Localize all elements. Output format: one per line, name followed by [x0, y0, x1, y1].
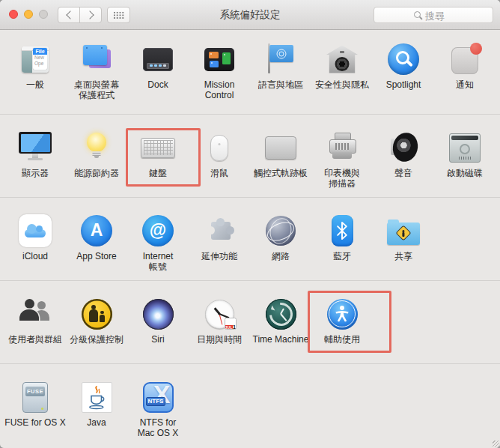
search-field[interactable]: [374, 7, 493, 23]
pref-item-trackpad[interactable]: 觸控式軌跡板: [250, 115, 311, 197]
pref-item-java[interactable]: Java: [66, 364, 127, 448]
prefs-row-3: iCloud A App Store @ Internet 帳號 延伸功能 網路…: [0, 197, 500, 280]
pref-label-spotlight: Spotlight: [386, 79, 421, 90]
pref-item-desktop-screensaver[interactable]: 桌面與螢幕 保護程式: [66, 30, 127, 114]
pref-label-java: Java: [87, 417, 106, 428]
pref-label-mouse: 滑鼠: [210, 168, 228, 178]
pref-item-keyboard[interactable]: 鍵盤: [127, 115, 189, 197]
pref-label-sharing: 共享: [394, 251, 412, 261]
forward-button[interactable]: [79, 7, 102, 23]
pref-item-general[interactable]: FileNewOpe 一般: [4, 30, 66, 114]
pref-label-date-time: 日期與時間: [197, 334, 242, 345]
minimize-button[interactable]: [24, 10, 33, 19]
ntfs-icon-label: NTFS: [146, 397, 166, 406]
pref-label-icloud: iCloud: [22, 251, 48, 261]
show-all-button[interactable]: [107, 7, 130, 23]
pref-item-energy-saver[interactable]: 能源節約器: [66, 115, 127, 197]
mission-control-icon: [201, 41, 237, 77]
sharing-icon: [385, 213, 421, 249]
printers-scanners-icon: [324, 130, 360, 166]
zoom-button: [39, 10, 48, 19]
titlebar: 系統偏好設定: [0, 0, 500, 30]
pref-item-accessibility[interactable]: 輔助使用: [311, 281, 373, 363]
pref-item-dock[interactable]: Dock: [127, 30, 189, 114]
pref-item-icloud[interactable]: iCloud: [4, 198, 66, 280]
pref-label-displays: 顯示器: [22, 168, 49, 178]
displays-icon: [17, 130, 53, 166]
pref-item-spotlight[interactable]: Spotlight: [373, 30, 434, 114]
pref-label-energy-saver: 能源節約器: [74, 168, 119, 178]
extensions-icon: [201, 213, 237, 249]
pref-item-internet-accounts[interactable]: @ Internet 帳號: [127, 198, 189, 280]
pref-item-displays[interactable]: 顯示器: [4, 115, 66, 197]
pref-item-parental-controls[interactable]: 分級保護控制: [66, 281, 127, 363]
general-icon-menu-item: New: [33, 55, 47, 61]
pref-label-network: 網路: [272, 251, 290, 261]
pref-item-extensions[interactable]: 延伸功能: [189, 198, 250, 280]
pref-item-sharing[interactable]: 共享: [373, 198, 434, 280]
chevron-left-icon: [66, 10, 74, 19]
prefs-row-4: 使用者與群組 分級保護控制 Siri JUL18 日期與時間 Time Mach…: [0, 280, 500, 363]
close-button[interactable]: [9, 10, 18, 19]
pref-label-fuse: FUSE for OS X: [4, 417, 65, 428]
pref-item-security-privacy[interactable]: 安全性與隱私: [311, 30, 373, 114]
pref-item-bluetooth[interactable]: 藍牙: [311, 198, 373, 280]
pref-label-language-region: 語言與地區: [258, 79, 303, 90]
pref-label-bluetooth: 藍牙: [333, 251, 351, 261]
pref-item-app-store[interactable]: A App Store: [66, 198, 127, 280]
pref-item-mouse[interactable]: 滑鼠: [189, 115, 250, 197]
pref-label-internet-accounts: Internet 帳號: [143, 251, 174, 272]
time-machine-icon: [263, 296, 299, 332]
pref-label-security-privacy: 安全性與隱私: [315, 79, 369, 90]
app-store-icon: A: [79, 213, 115, 249]
prefs-row-5: FUSE FUSE for OS X Java XNTFS NTFS for M…: [0, 363, 500, 448]
prefs-row-2: 顯示器 能源節約器 鍵盤 滑鼠 觸控式軌跡板 印表機與 掃描器 聲音 啟動磁碟: [0, 114, 500, 197]
pref-item-sound[interactable]: 聲音: [373, 115, 434, 197]
calendar-month: JUL: [225, 325, 233, 330]
pref-item-users-groups[interactable]: 使用者與群組: [4, 281, 66, 363]
pref-label-dock: Dock: [147, 79, 168, 90]
general-icon-menu-title: File: [33, 48, 47, 55]
pref-item-ntfs[interactable]: XNTFS NTFS for Mac OS X: [127, 364, 189, 448]
pref-item-date-time[interactable]: JUL18 日期與時間: [189, 281, 250, 363]
grid-icon: [113, 11, 124, 19]
pref-label-startup-disk: 啟動磁碟: [447, 168, 483, 178]
sound-icon: [385, 130, 421, 166]
pref-label-siri: Siri: [151, 334, 164, 345]
users-groups-icon: [17, 296, 53, 332]
pref-item-startup-disk[interactable]: 啟動磁碟: [434, 115, 496, 197]
pref-label-parental-controls: 分級保護控制: [70, 334, 124, 345]
pref-label-desktop-screensaver: 桌面與螢幕 保護程式: [74, 79, 119, 100]
calendar-day: 18: [233, 324, 237, 330]
traffic-lights: [9, 10, 48, 19]
pref-item-printers-scanners[interactable]: 印表機與 掃描器: [311, 115, 373, 197]
siri-icon: [140, 296, 176, 332]
pref-label-users-groups: 使用者與群組: [8, 334, 62, 345]
pref-item-siri[interactable]: Siri: [127, 281, 189, 363]
search-input[interactable]: [374, 7, 496, 24]
pref-item-time-machine[interactable]: Time Machine: [250, 281, 311, 363]
icloud-icon: [17, 213, 53, 249]
pref-item-network[interactable]: 網路: [250, 198, 311, 280]
pref-label-app-store: App Store: [76, 251, 116, 261]
pref-item-mission-control[interactable]: Mission Control: [189, 30, 250, 114]
trackpad-icon: [263, 130, 299, 166]
back-button[interactable]: [58, 7, 80, 23]
desktop-screensaver-icon: [79, 41, 115, 77]
pref-label-time-machine: Time Machine: [253, 334, 309, 345]
pref-item-notifications[interactable]: 通知: [434, 30, 496, 114]
pref-label-ntfs: NTFS for Mac OS X: [138, 417, 179, 438]
system-preferences-window: 系統偏好設定 FileNewOpe 一般 桌面與螢幕 保護程式 Dock Mis…: [0, 0, 500, 448]
date-time-icon: JUL18: [201, 296, 237, 332]
resize-grip[interactable]: [493, 441, 499, 447]
general-icon: FileNewOpe: [17, 41, 53, 77]
keyboard-icon: [140, 130, 176, 166]
security-privacy-icon: [324, 41, 360, 77]
pref-label-notifications: 通知: [456, 79, 474, 90]
pref-label-sound: 聲音: [394, 168, 412, 178]
spotlight-icon: [385, 41, 421, 77]
general-icon-menu-item: Ope: [33, 61, 47, 67]
pref-item-language-region[interactable]: 語言與地區: [250, 30, 311, 114]
pref-item-fuse[interactable]: FUSE FUSE for OS X: [4, 364, 66, 448]
ntfs-icon: XNTFS: [140, 379, 176, 415]
